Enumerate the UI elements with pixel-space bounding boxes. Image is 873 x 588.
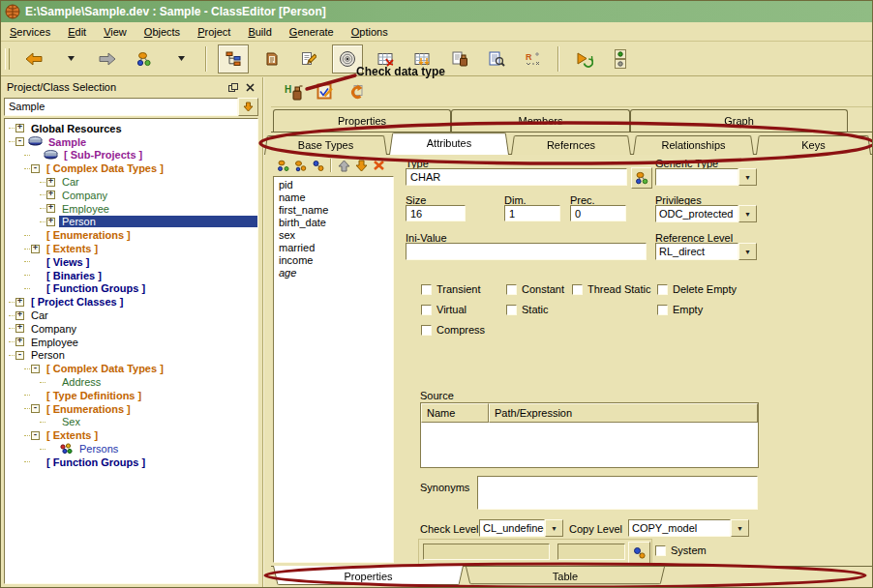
tree-item[interactable]: +Car: [5, 309, 257, 322]
collapse-box[interactable]: -: [31, 404, 40, 413]
dropdown-arrow-icon[interactable]: ▼: [738, 205, 757, 222]
move-up-button[interactable]: [336, 158, 351, 173]
tab-properties[interactable]: Properties: [273, 109, 451, 132]
tree-item[interactable]: [ Binaries ]: [5, 269, 257, 282]
tree-item[interactable]: -Sample: [5, 135, 257, 149]
add-attribute-button[interactable]: [276, 158, 291, 173]
tab-refernces[interactable]: Refernces: [511, 134, 631, 155]
dropdown-arrow-icon[interactable]: ▼: [731, 519, 749, 537]
expand-box[interactable]: +: [15, 324, 24, 333]
check-data-type-button[interactable]: [314, 80, 337, 103]
checkbox-box[interactable]: [506, 284, 517, 295]
add-relationship-button[interactable]: [311, 158, 326, 173]
flag-transient[interactable]: Transient: [421, 283, 480, 295]
attribute-item[interactable]: name: [274, 191, 393, 204]
tree-item[interactable]: +Global Resources: [5, 122, 257, 135]
title-bar[interactable]: E:\Sample\Sample.dev : Sample - ClassEdi…: [1, 1, 872, 22]
tree-item[interactable]: Sex: [5, 416, 257, 429]
source-col-path[interactable]: Path/Expression: [489, 403, 758, 423]
privileges-select[interactable]: ODC_protected ▼: [655, 205, 757, 222]
flag-empty[interactable]: Empty: [657, 304, 703, 315]
tree-item[interactable]: +Company: [5, 322, 257, 336]
attribute-item[interactable]: income: [274, 254, 393, 267]
rename-check-button[interactable]: R: [522, 45, 545, 73]
tree-item-selected[interactable]: +Person: [5, 216, 257, 229]
dropdown-arrow-icon[interactable]: ▼: [738, 168, 757, 186]
attribute-item[interactable]: married: [274, 242, 393, 254]
tree-item[interactable]: +Employee: [5, 202, 257, 216]
collapse-box[interactable]: -: [31, 365, 40, 373]
collapse-box[interactable]: -: [31, 431, 40, 440]
flag-thread-static[interactable]: Thread Static: [572, 283, 650, 295]
move-down-button[interactable]: [353, 158, 369, 173]
checkbox-box[interactable]: [421, 305, 432, 315]
ini-value-input[interactable]: [406, 243, 647, 260]
tab-properties[interactable]: Properties: [273, 566, 464, 586]
class-filter-input[interactable]: Sample: [4, 98, 238, 116]
forward-arrow-button[interactable]: [96, 45, 119, 73]
expand-box[interactable]: +: [15, 311, 24, 320]
collapse-box[interactable]: -: [15, 137, 24, 146]
tab-attributes[interactable]: Attributes: [389, 132, 509, 155]
tree-item[interactable]: +[ Extents ]: [5, 242, 257, 255]
type-link-button[interactable]: [631, 167, 652, 189]
dim-input[interactable]: [504, 205, 560, 221]
revert-button[interactable]: [345, 80, 368, 103]
flag-virtual[interactable]: Virtual: [421, 304, 467, 315]
flag-delete-empty[interactable]: Delete Empty: [657, 283, 737, 295]
toolbar-grip[interactable]: [5, 48, 10, 70]
tree-item[interactable]: [ Type Definitions ]: [5, 389, 257, 402]
flag-compress[interactable]: Compress: [421, 324, 485, 336]
attribute-item[interactable]: first_name: [274, 204, 393, 217]
prec-input[interactable]: [570, 205, 626, 221]
type-input[interactable]: [406, 168, 627, 186]
tab-members[interactable]: Members: [451, 109, 630, 132]
copy-level-select[interactable]: COPY_model ▼: [628, 519, 749, 537]
expand-box[interactable]: +: [46, 178, 55, 187]
expand-box[interactable]: +: [31, 245, 40, 253]
preview-source-button[interactable]: [485, 45, 508, 73]
attribute-item[interactable]: age: [274, 267, 393, 279]
attribute-list[interactable]: pidnamefirst_namebirth_datesexmarriedinc…: [273, 176, 394, 563]
menu-objects[interactable]: Objects: [135, 24, 189, 40]
tree-item[interactable]: +Employee: [5, 336, 257, 349]
online-state-button[interactable]: [609, 45, 632, 73]
source-col-name[interactable]: Name: [421, 403, 489, 423]
checkbox-box[interactable]: [657, 284, 668, 295]
tree-item[interactable]: Persons: [5, 442, 257, 456]
tab-keys[interactable]: Keys: [756, 134, 871, 155]
attribute-item[interactable]: pid: [274, 179, 393, 191]
reference-level-select[interactable]: RL_direct ▼: [655, 243, 757, 260]
tree-item[interactable]: +Car: [5, 175, 257, 189]
link-objects-button[interactable]: [133, 45, 156, 73]
tree-item[interactable]: -[ Enumerations ]: [5, 402, 257, 416]
menu-services[interactable]: Services: [1, 24, 59, 40]
back-arrow-button[interactable]: [22, 45, 45, 73]
extra-field-1[interactable]: [423, 544, 550, 560]
attribute-item[interactable]: birth_date: [274, 217, 393, 229]
project-tree[interactable]: +Global Resources-Sample[ Sub-Projects ]…: [4, 118, 258, 584]
checkbox-box[interactable]: [421, 284, 432, 295]
tree-item[interactable]: -[ Complex Data Types ]: [5, 162, 257, 175]
size-input[interactable]: [406, 205, 466, 221]
checkbox-box[interactable]: [506, 305, 517, 315]
dropdown-button[interactable]: [169, 45, 193, 73]
checkbox-box[interactable]: [572, 284, 583, 295]
checkbox-box[interactable]: [655, 545, 666, 556]
dropdown-arrow-icon[interactable]: ▼: [545, 519, 563, 537]
class-tree-button[interactable]: [218, 44, 249, 74]
collapse-box[interactable]: -: [31, 164, 40, 173]
edit-document-button[interactable]: [297, 45, 320, 73]
generate-header-button[interactable]: H: [283, 80, 306, 103]
tree-item[interactable]: [ Enumerations ]: [5, 228, 257, 242]
log-book-button[interactable]: [260, 45, 284, 73]
tree-item[interactable]: +[ Project Classes ]: [5, 295, 257, 309]
tree-item[interactable]: -Person: [5, 349, 257, 363]
source-table-body[interactable]: [421, 423, 758, 467]
menu-generate[interactable]: Generate: [281, 24, 343, 40]
float-panel-button[interactable]: [226, 81, 240, 94]
tab-table[interactable]: Table: [466, 567, 665, 585]
delete-button[interactable]: [371, 158, 386, 173]
attribute-item[interactable]: sex: [274, 229, 393, 242]
collapse-box[interactable]: -: [15, 351, 24, 360]
